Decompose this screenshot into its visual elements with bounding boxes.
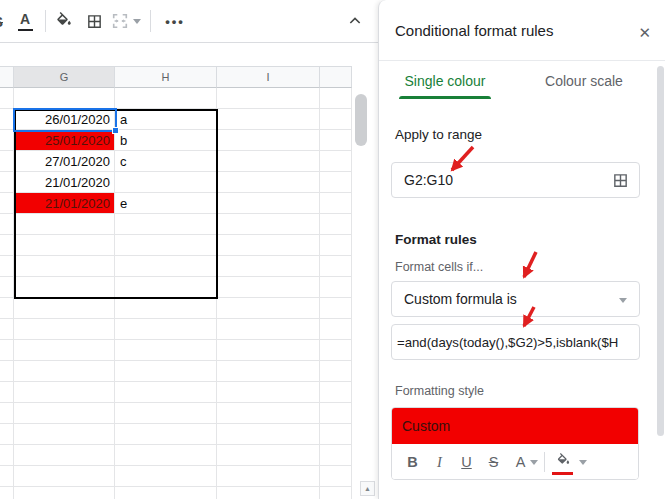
cell[interactable] [0,109,14,130]
text-color-caret-icon[interactable] [530,460,538,465]
cell-H4[interactable]: c [115,151,217,172]
cell-I19[interactable] [217,466,320,487]
cell-I17[interactable] [217,424,320,445]
fill-color-button[interactable] [551,453,575,472]
cell-G3[interactable]: 25/01/2020 [14,130,115,151]
cell-G5[interactable]: 21/01/2020 [14,172,115,193]
cell[interactable] [320,151,352,172]
cell[interactable] [320,424,352,445]
collapse-toolbar-icon[interactable] [342,0,368,42]
column-header[interactable] [0,66,14,88]
cell-H5[interactable] [115,172,217,193]
cell-H10[interactable] [115,277,217,298]
cell-H16[interactable] [115,403,217,424]
cell-H11[interactable] [115,298,217,319]
cell[interactable] [320,298,352,319]
cell[interactable] [320,235,352,256]
cell[interactable] [0,277,14,298]
cell-G2[interactable]: 26/01/2020 [14,109,115,130]
cell[interactable] [320,256,352,277]
borders-icon[interactable] [81,0,107,42]
cell[interactable] [0,172,14,193]
cell[interactable] [0,256,14,277]
cell[interactable] [0,298,14,319]
cell-I13[interactable] [217,340,320,361]
cell-I10[interactable] [217,277,320,298]
cell[interactable] [0,487,14,499]
cell-H3[interactable]: b [115,130,217,151]
cell-H17[interactable] [115,424,217,445]
cell[interactable] [0,214,14,235]
cell[interactable] [0,151,14,172]
cell[interactable] [320,403,352,424]
cell-I14[interactable] [217,361,320,382]
sheet-vertical-scrollbar[interactable] [355,94,367,146]
cell[interactable] [0,340,14,361]
cell-G11[interactable] [14,298,115,319]
cell-H14[interactable] [115,361,217,382]
cell[interactable] [320,361,352,382]
cell-I16[interactable] [217,403,320,424]
cell-I20[interactable] [217,487,320,499]
cell-H13[interactable] [115,340,217,361]
cell-H6[interactable]: e [115,193,217,214]
cell-G16[interactable] [14,403,115,424]
cell-H2[interactable]: a [115,109,217,130]
cell-I6[interactable] [217,193,320,214]
cell-G6[interactable]: 21/01/2020 [14,193,115,214]
cell-H20[interactable] [115,487,217,499]
cell-H1[interactable] [115,88,217,109]
cell-I12[interactable] [217,319,320,340]
cell-I2[interactable] [217,109,320,130]
cell[interactable] [320,88,352,109]
cell-I1[interactable] [217,88,320,109]
cell[interactable] [320,319,352,340]
italic-button[interactable]: I [426,454,453,471]
cell-H12[interactable] [115,319,217,340]
cell[interactable] [0,235,14,256]
column-header-G[interactable]: G [14,66,115,88]
cell[interactable] [320,193,352,214]
cell[interactable] [320,382,352,403]
cell-H7[interactable] [115,214,217,235]
cell-G7[interactable] [14,214,115,235]
formula-input[interactable]: =and(days(today(),$G2)>5,isblank($H [391,324,640,360]
cell[interactable] [320,340,352,361]
panel-scrollbar[interactable] [657,66,664,436]
cell-I7[interactable] [217,214,320,235]
condition-dropdown[interactable]: Custom formula is [391,281,640,317]
cell[interactable] [0,88,14,109]
fill-color-icon[interactable] [51,0,77,42]
cell-I3[interactable] [217,130,320,151]
cell-H8[interactable] [115,235,217,256]
cell-H15[interactable] [115,382,217,403]
cell[interactable] [320,214,352,235]
cell-G12[interactable] [14,319,115,340]
cell-G15[interactable] [14,382,115,403]
cell[interactable] [320,487,352,499]
cell[interactable] [320,109,352,130]
cell-G8[interactable] [14,235,115,256]
merge-dropdown-caret-icon[interactable] [130,0,144,42]
cell-G4[interactable]: 27/01/2020 [14,151,115,172]
cell-G1[interactable] [14,88,115,109]
cell[interactable] [0,382,14,403]
cell[interactable] [0,361,14,382]
cell[interactable] [320,466,352,487]
column-header-I[interactable]: I [217,66,320,88]
strikethrough-button[interactable]: S [480,454,507,470]
cell-I18[interactable] [217,445,320,466]
cell[interactable] [0,424,14,445]
cell[interactable] [320,172,352,193]
cell-I9[interactable] [217,256,320,277]
range-input[interactable]: G2:G10 [391,162,640,198]
cell-I4[interactable] [217,151,320,172]
strikethrough-icon[interactable]: S [0,0,5,42]
cell-H18[interactable] [115,445,217,466]
cell-I15[interactable] [217,382,320,403]
cell-G14[interactable] [14,361,115,382]
cell[interactable] [320,277,352,298]
cell-I5[interactable] [217,172,320,193]
cell-H19[interactable] [115,466,217,487]
select-data-range-icon[interactable] [612,172,629,193]
